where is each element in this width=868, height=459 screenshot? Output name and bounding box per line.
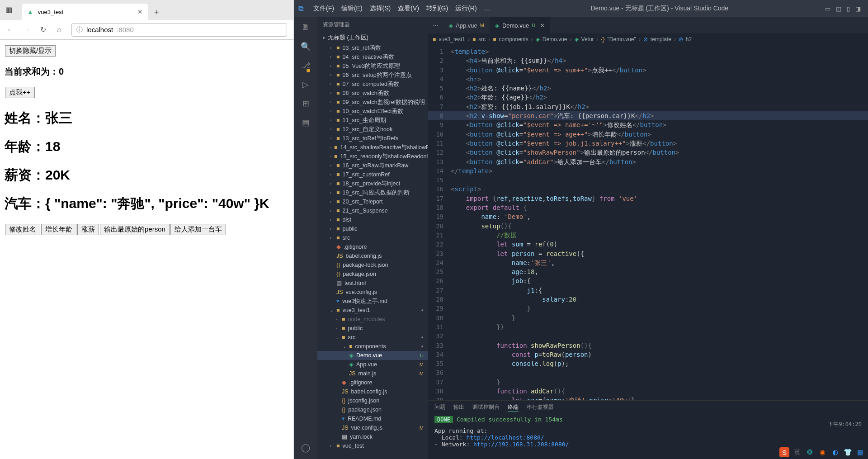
tree-row[interactable]: JSvue.config.js [317,288,428,297]
tree-row[interactable]: ›■11_src_生命周期 [317,116,428,125]
tree-row[interactable]: ›■07_src_computed函数 [317,80,428,89]
increment-button[interactable]: 点我++ [5,87,35,98]
tree-row[interactable]: ›■10_src_watchEffect函数 [317,107,428,116]
scm-icon[interactable]: ⎇ [301,61,311,71]
tree-row[interactable]: ◆.gitignore [317,242,428,251]
close-icon[interactable]: ✕ [137,8,143,15]
tree-row[interactable]: ›■12_src_自定义hook [317,125,428,134]
more-icon[interactable]: ⋯ [428,22,443,29]
tree-row[interactable]: ▾README.md [317,414,428,423]
remote-icon[interactable]: ▤ [301,118,311,128]
menu-item[interactable]: 转到(G) [423,3,452,14]
panel-tab[interactable]: 调试控制台 [472,403,500,412]
tree-row[interactable]: JSmain.jsM [317,369,428,378]
tray-icon[interactable]: ❂ [805,447,815,457]
panel-tab[interactable]: 串行监视器 [527,403,554,412]
search-icon[interactable]: 🔍 [301,42,311,52]
tree-row[interactable]: ⌄■src● [317,333,428,342]
action-button-2[interactable]: 涨薪 [77,224,99,235]
action-button-0[interactable]: 修改姓名 [5,224,40,235]
panel-tab[interactable]: 问题 [434,403,445,412]
tree-row[interactable]: JSbabel.config.js [317,387,428,396]
tree-row[interactable]: ›■13_src_toRef与toRefs [317,134,428,143]
tree-row[interactable]: ›■node_modules [317,315,428,324]
tray-icon[interactable]: ▦ [855,447,865,457]
layout-icon[interactable]: ◫ [836,5,841,12]
extensions-icon[interactable]: ⊞ [301,99,311,109]
tree-row[interactable]: ›■16_src_toRaw与markRaw [317,161,428,170]
tree-row[interactable]: ›■public [317,224,428,233]
tree-row[interactable]: ◆.gitignore [317,378,428,387]
panel-tab[interactable]: 输出 [453,403,464,412]
code-editor[interactable]: 1<template>2 <h4>当前求和为: {{sum}}</h4>3 <b… [428,45,868,400]
tree-row[interactable]: ›■19_src_响应式数据的判断 [317,188,428,197]
editor-tab[interactable]: ◈Demo.vueU✕ [490,17,550,33]
tree-row[interactable]: ›■08_src_watch函数 [317,89,428,98]
local-url[interactable]: http://localhost:8080/ [466,434,544,441]
explorer-sidebar[interactable]: 资源管理器 无标题 (工作区) ›■03_src_ref函数›■04_src_r… [317,17,428,459]
menu-item[interactable]: 运行(R) [452,3,480,14]
tree-row[interactable]: ▤yarn.lock [317,432,428,441]
debug-icon[interactable]: ▷ [301,80,311,90]
tree-row[interactable]: ›■20_src_Teleport [317,197,428,206]
home-icon[interactable]: ⌂ [55,26,63,34]
menu-item[interactable]: 文件(F) [310,3,338,14]
menu-item[interactable]: 查看(V) [394,3,423,14]
action-button-4[interactable]: 给人添加一台车 [170,224,226,235]
menu-item[interactable]: 编辑(E) [338,3,366,14]
tree-row[interactable]: ›■src [317,233,428,242]
toggle-show-button[interactable]: 切换隐藏/显示 [5,45,56,57]
tree-row[interactable]: JSbabel.config.js [317,251,428,260]
info-icon[interactable]: ⓘ [76,26,83,34]
new-tab-button[interactable]: ＋ [148,4,165,20]
tree-row[interactable]: ›■03_src_ref函数 [317,43,428,52]
tree-row[interactable]: ›■public [317,324,428,333]
reload-icon[interactable]: ↻ [39,25,47,34]
tree-row[interactable]: ▤test.html [317,279,428,288]
tree-row[interactable]: ›■04_src_reactive函数 [317,52,428,62]
tree-row[interactable]: ▾vue3快速上手.md [317,297,428,306]
tree-row[interactable]: ›■15_src_readonly与shallowReadonly [317,152,428,161]
network-url[interactable]: http://192.168.31.208:8080/ [473,441,569,448]
tree-row[interactable]: {}package-lock.json [317,260,428,270]
tree-row[interactable]: ›■18_src_provide与inject [317,179,428,188]
tree-row[interactable]: ›■dist [317,215,428,224]
browser-tab[interactable]: ▲ vue3_test ✕ [22,4,148,20]
tree-row[interactable]: ⌄■components● [317,342,428,351]
menu-item[interactable]: 选择(S) [366,3,395,14]
sidebar-toggle-icon[interactable]: ▥ [5,5,12,14]
action-button-3[interactable]: 输出最原始的person [100,224,170,235]
url-input[interactable]: ⓘ localhost:8080 [71,23,287,37]
tree-row[interactable]: JSvue.config.jsM [317,423,428,432]
menu-item[interactable]: … [481,3,494,14]
workspace-label[interactable]: 无标题 (工作区) [317,32,428,43]
tree-row[interactable]: ›■05_Vue3的响应式原理 [317,62,428,71]
layout-icon[interactable]: ◨ [855,5,861,12]
tray-icon[interactable]: ◉ [817,447,827,457]
tree-row[interactable]: {}jsconfig.json [317,396,428,405]
tree-row[interactable]: {}package.json [317,405,428,414]
tree-row[interactable]: ›■vue_test [317,441,428,450]
tray-icon[interactable]: 👕 [843,447,853,457]
tree-row[interactable]: ›■06_src_setup的两个注意点 [317,71,428,80]
layout-icon[interactable]: ▯ [847,5,850,12]
tree-row[interactable]: ›■09_src_watch监视ref数据的说明 [317,98,428,107]
ime-label[interactable]: 英 [792,447,802,457]
tree-row[interactable]: {}package.json [317,270,428,279]
tree-row[interactable]: ›■21_src_Suspense [317,206,428,215]
explorer-icon[interactable]: 🗎 [301,23,311,33]
tray-icon[interactable]: ◐ [830,447,840,457]
forward-icon[interactable]: → [23,26,31,34]
breadcrumb[interactable]: ■ vue3_test1›■ src›■ components›◈ Demo.v… [428,33,868,45]
tree-row[interactable]: ◈Demo.vueU [317,351,428,360]
action-button-1[interactable]: 增长年龄 [41,224,76,235]
layout-icon[interactable]: ▭ [825,5,830,12]
tree-row[interactable]: ◈App.vueM [317,360,428,369]
back-icon[interactable]: ← [6,26,14,34]
panel-tab[interactable]: 终端 [508,403,519,412]
tree-row[interactable]: ⌄■vue3_test1● [317,306,428,315]
ime-icon[interactable]: S [779,447,789,457]
editor-tab[interactable]: ◈App.vueM [443,17,490,33]
account-icon[interactable]: ◯ [301,443,311,453]
tree-row[interactable]: ›■17_src_customRef [317,170,428,179]
